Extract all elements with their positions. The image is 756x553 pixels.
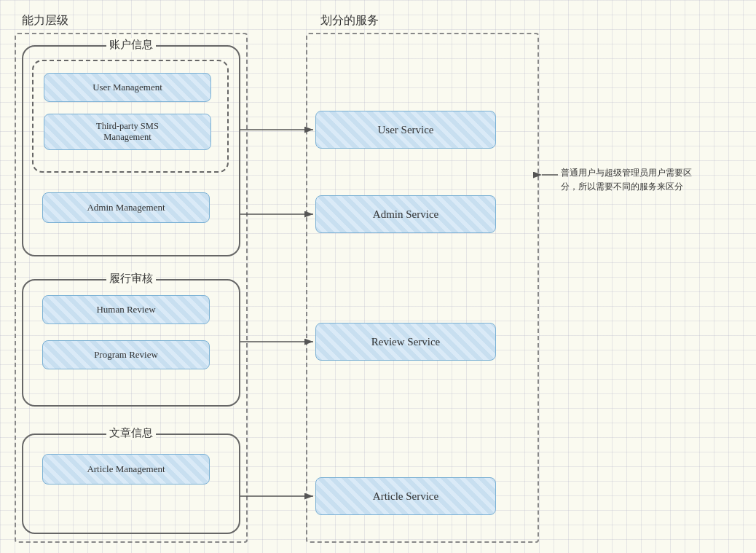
user-management-box: User Management bbox=[44, 73, 211, 102]
account-group-label: 账户信息 bbox=[106, 38, 156, 52]
sms-management-box: Third-party SMSManagement bbox=[44, 114, 211, 150]
program-review-box: Program Review bbox=[42, 340, 210, 369]
right-column-border bbox=[306, 33, 539, 543]
admin-service-box: Admin Service bbox=[315, 195, 496, 233]
left-column-header: 能力层级 bbox=[22, 13, 68, 28]
canvas: 能力层级 划分的服务 账户信息 User Management Third-pa… bbox=[0, 0, 756, 553]
account-inner-dashed-box: User Management Third-party SMSManagemen… bbox=[32, 60, 229, 173]
right-column-header: 划分的服务 bbox=[320, 13, 379, 28]
user-service-box: User Service bbox=[315, 111, 496, 149]
annotation: 普通用户与超级管理员用户需要区分，所以需要不同的服务来区分 bbox=[561, 166, 692, 194]
human-review-box: Human Review bbox=[42, 295, 210, 324]
article-management-box: Article Management bbox=[42, 454, 210, 485]
article-service-box: Article Service bbox=[315, 477, 496, 515]
article-group-label: 文章信息 bbox=[106, 426, 156, 440]
review-service-box: Review Service bbox=[315, 323, 496, 361]
article-group-box: 文章信息 Article Management bbox=[22, 434, 240, 534]
admin-management-box: Admin Management bbox=[42, 192, 210, 223]
account-group-box: 账户信息 User Management Third-party SMSMana… bbox=[22, 45, 240, 256]
review-group-box: 履行审核 Human Review Program Review bbox=[22, 279, 240, 407]
review-group-label: 履行审核 bbox=[106, 272, 156, 286]
